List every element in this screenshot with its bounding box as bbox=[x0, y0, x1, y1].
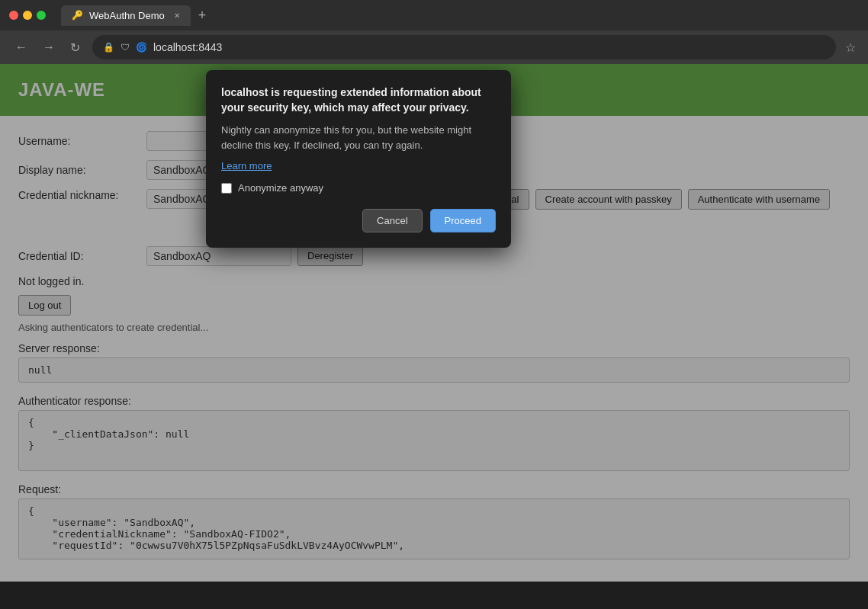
anonymize-checkbox[interactable] bbox=[221, 183, 232, 194]
window-controls bbox=[9, 11, 46, 20]
new-tab-button[interactable]: + bbox=[194, 6, 211, 25]
minimize-button[interactable] bbox=[23, 11, 32, 20]
url-host: localhost bbox=[153, 41, 195, 53]
back-button[interactable]: ← bbox=[12, 37, 31, 57]
refresh-button[interactable]: ↻ bbox=[67, 37, 83, 58]
address-input[interactable]: 🔒 🛡 🌀 localhost:8443 bbox=[92, 35, 836, 59]
address-bar: ← → ↻ 🔒 🛡 🌀 localhost:8443 ☆ bbox=[0, 30, 868, 64]
cancel-button[interactable]: Cancel bbox=[362, 209, 422, 232]
active-tab[interactable]: 🔑 WebAuthn Demo ✕ bbox=[61, 5, 191, 26]
proceed-button[interactable]: Proceed bbox=[430, 209, 496, 232]
site-icon: 🌀 bbox=[136, 42, 147, 53]
url-display: localhost:8443 bbox=[153, 41, 825, 53]
tab-close-icon[interactable]: ✕ bbox=[174, 11, 180, 20]
close-button[interactable] bbox=[9, 11, 18, 20]
maximize-button[interactable] bbox=[37, 11, 46, 20]
forward-button[interactable]: → bbox=[40, 37, 58, 57]
modal-buttons: Cancel Proceed bbox=[221, 209, 496, 232]
modal-body: Nightly can anonymize this for you, but … bbox=[221, 123, 496, 152]
anonymize-label: Anonymize anyway bbox=[238, 182, 323, 194]
url-port: :8443 bbox=[195, 41, 222, 53]
tab-title: WebAuthn Demo bbox=[89, 10, 165, 21]
security-icon: 🔒 bbox=[103, 42, 114, 53]
modal-dialog: localhost is requesting extended informa… bbox=[206, 70, 511, 248]
security-shield-icon: 🛡 bbox=[121, 42, 130, 53]
page-content: JAVA-WE Username: Display name: Credenti… bbox=[0, 64, 868, 582]
anonymize-row: Anonymize anyway bbox=[221, 182, 496, 194]
tab-favicon: 🔑 bbox=[72, 10, 83, 21]
bookmark-button[interactable]: ☆ bbox=[845, 40, 856, 55]
learn-more-link[interactable]: Learn more bbox=[221, 160, 496, 171]
modal-title: localhost is requesting extended informa… bbox=[221, 85, 496, 115]
